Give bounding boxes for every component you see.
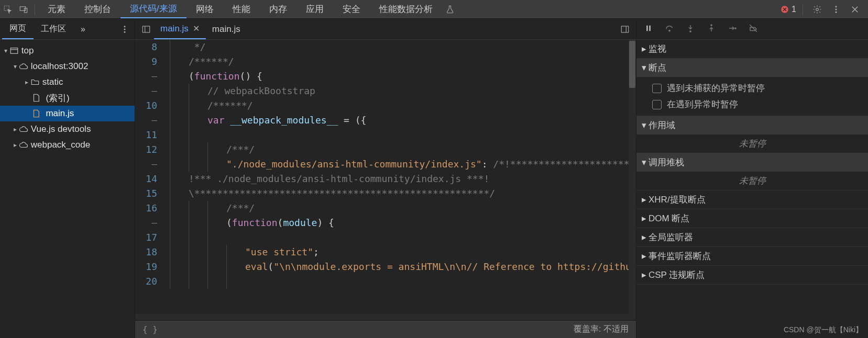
nav-tab-workspace[interactable]: 工作区 — [34, 19, 73, 39]
svg-rect-13 — [621, 26, 629, 32]
device-toggle-icon[interactable] — [16, 0, 31, 18]
section-header[interactable]: XHR/提取断点 — [636, 190, 868, 209]
tree-webpack[interactable]: webpack_code — [0, 137, 135, 153]
tree-label: webpack_code — [31, 140, 90, 150]
chevron-right-icon — [642, 213, 646, 224]
step-into-icon[interactable] — [686, 24, 695, 35]
error-badge[interactable]: 1 — [780, 5, 796, 14]
chevron-right-icon — [642, 269, 646, 280]
run-snippet-icon[interactable] — [617, 19, 633, 39]
chevron-right-icon — [642, 232, 646, 243]
tree-vue[interactable]: Vue.js devtools — [0, 121, 135, 137]
nav-tab-overflow[interactable]: » — [73, 19, 93, 39]
kebab-icon[interactable] — [117, 25, 133, 34]
not-paused: 未暂停 — [636, 134, 868, 153]
svg-rect-14 — [646, 25, 647, 31]
statusbar: { } 覆盖率: 不适用 — [135, 320, 636, 338]
svg-point-7 — [836, 11, 837, 13]
line-gutter: 89––10–1112–141516–17181920 — [135, 40, 167, 314]
devtools-tab[interactable]: 元素 — [38, 0, 75, 18]
breakpoint-opt-caught[interactable]: 在遇到异常时暂停 — [652, 96, 863, 112]
not-paused: 未暂停 — [636, 172, 868, 190]
devtools-tab[interactable]: 性能数据分析 — [370, 0, 442, 18]
section-header[interactable]: 作用域 — [636, 116, 868, 134]
flask-icon[interactable] — [442, 0, 458, 18]
section-body: 遇到未捕获的异常时暂停 在遇到异常时暂停 — [636, 77, 868, 116]
svg-point-6 — [836, 8, 837, 10]
tree-index[interactable]: (索引) — [0, 90, 135, 106]
devtools-tabs: 元素控制台源代码/来源网络性能内存应用安全性能数据分析 — [38, 0, 442, 18]
tree-top[interactable]: top — [0, 43, 135, 59]
checkbox-icon[interactable] — [652, 84, 662, 93]
step-icon[interactable] — [728, 24, 737, 35]
file-tab-main-active[interactable]: main.js✕ — [154, 19, 206, 39]
scrollbar-thumb[interactable] — [629, 41, 635, 88]
tree-mainjs[interactable]: main.js — [0, 106, 135, 121]
svg-point-10 — [124, 31, 126, 32]
breakpoint-opt-uncaught[interactable]: 遇到未捕获的异常时暂停 — [652, 80, 863, 96]
devtools-tab[interactable]: 应用 — [296, 0, 333, 18]
pause-icon[interactable] — [644, 24, 653, 35]
section-event: 事件监听器断点 — [636, 247, 868, 266]
devtools-tab[interactable]: 性能 — [223, 0, 260, 18]
kebab-icon[interactable] — [828, 5, 844, 14]
chevron-right-icon — [642, 194, 646, 205]
scrollbar-horizontal[interactable] — [135, 314, 636, 320]
inspect-element-icon[interactable] — [0, 0, 16, 18]
devtools-tab[interactable]: 安全 — [333, 0, 370, 18]
section-header[interactable]: 事件监听器断点 — [636, 247, 868, 265]
checkbox-icon[interactable] — [652, 100, 662, 109]
section-watch: 监视 — [636, 40, 868, 59]
pretty-print-icon[interactable]: { } — [142, 324, 158, 334]
section-header[interactable]: CSP 违规断点 — [636, 266, 868, 284]
section-header[interactable]: 调用堆栈 — [636, 153, 868, 172]
svg-point-17 — [690, 30, 691, 31]
section-breakpoints: 断点 遇到未捕获的异常时暂停 在遇到异常时暂停 — [636, 59, 868, 116]
svg-point-9 — [124, 28, 126, 30]
section-header[interactable]: 断点 — [636, 59, 868, 77]
error-count: 1 — [792, 5, 796, 14]
scrollbar-vertical[interactable] — [629, 40, 636, 314]
tree-host[interactable]: localhost:3002 — [0, 59, 135, 74]
deactivate-breakpoints-icon[interactable] — [749, 24, 758, 35]
separator — [35, 4, 35, 15]
section-title: CSP 违规断点 — [649, 269, 705, 281]
tree-label: main.js — [46, 108, 74, 119]
close-icon[interactable]: ✕ — [193, 24, 200, 33]
devtools-tab[interactable]: 控制台 — [75, 0, 120, 18]
section-header[interactable]: 全局监听器 — [636, 228, 868, 246]
section-title: 监视 — [649, 43, 666, 55]
devtools-tab[interactable]: 源代码/来源 — [120, 0, 186, 18]
watermark: CSDN @贺一航【Niki】 — [784, 325, 863, 335]
step-out-icon[interactable] — [707, 24, 716, 35]
svg-rect-1 — [20, 6, 26, 10]
file-tab-main-2[interactable]: main.js — [206, 19, 247, 39]
devtools-tab[interactable]: 网络 — [186, 0, 223, 18]
code-content: *//******/(function() {// webpackBootstr… — [167, 40, 636, 314]
cloud-icon — [19, 140, 28, 150]
devtools-tab[interactable]: 内存 — [260, 0, 296, 18]
file-icon — [31, 109, 41, 118]
gear-icon[interactable] — [809, 5, 825, 14]
tree-label: (索引) — [46, 92, 69, 104]
step-over-icon[interactable] — [665, 24, 674, 35]
section-title: 全局监听器 — [649, 231, 693, 243]
tree-static[interactable]: static — [0, 74, 135, 90]
section-header[interactable]: DOM 断点 — [636, 209, 868, 228]
toggle-navigator-icon[interactable] — [138, 19, 154, 39]
chevron-right-icon — [23, 78, 30, 86]
nav-tab-page[interactable]: 网页 — [2, 19, 34, 39]
folder-icon — [30, 77, 40, 87]
chevron-down-icon — [2, 47, 9, 54]
editor-panel: main.js✕ main.js 89––10–1112–141516–1718… — [135, 19, 636, 338]
svg-rect-12 — [142, 26, 150, 32]
section-header[interactable]: 监视 — [636, 40, 868, 58]
file-tabbar: main.js✕ main.js — [135, 19, 636, 40]
chevron-down-icon — [642, 157, 646, 168]
close-icon[interactable] — [847, 5, 863, 14]
file-icon — [31, 93, 41, 103]
chevron-right-icon — [642, 43, 646, 54]
file-tab-label: main.js — [160, 24, 189, 34]
code-editor[interactable]: 89––10–1112–141516–17181920 *//******/(f… — [135, 40, 636, 314]
debugger-panel: 监视 断点 遇到未捕获的异常时暂停 在遇到异常时暂停 作用域 未暂停 调用堆栈 … — [636, 19, 868, 338]
